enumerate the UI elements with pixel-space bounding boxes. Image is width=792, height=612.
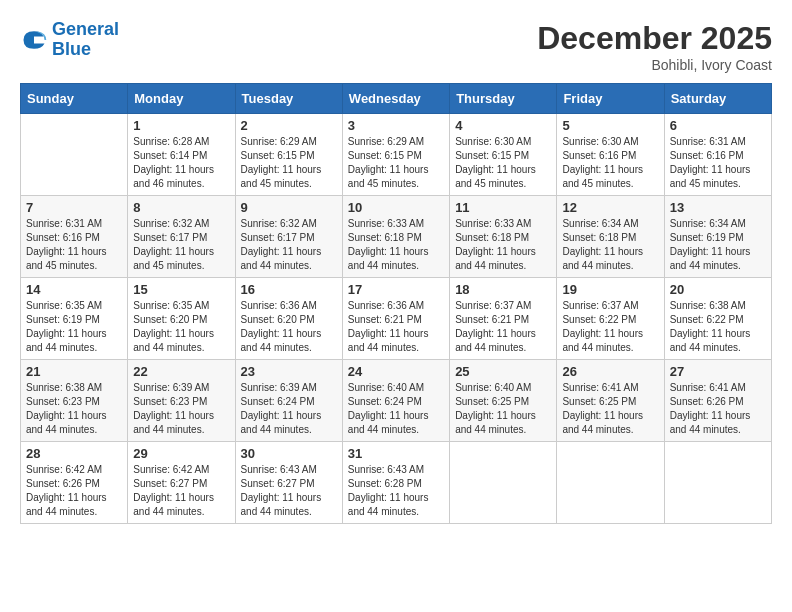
- day-info: Sunrise: 6:38 AM Sunset: 6:23 PM Dayligh…: [26, 381, 122, 437]
- calendar-cell: 6Sunrise: 6:31 AM Sunset: 6:16 PM Daylig…: [664, 114, 771, 196]
- day-info: Sunrise: 6:30 AM Sunset: 6:16 PM Dayligh…: [562, 135, 658, 191]
- day-number: 12: [562, 200, 658, 215]
- day-number: 20: [670, 282, 766, 297]
- day-number: 10: [348, 200, 444, 215]
- calendar-cell: 12Sunrise: 6:34 AM Sunset: 6:18 PM Dayli…: [557, 196, 664, 278]
- calendar-week-row: 7Sunrise: 6:31 AM Sunset: 6:16 PM Daylig…: [21, 196, 772, 278]
- calendar-cell: 7Sunrise: 6:31 AM Sunset: 6:16 PM Daylig…: [21, 196, 128, 278]
- day-number: 13: [670, 200, 766, 215]
- day-info: Sunrise: 6:35 AM Sunset: 6:19 PM Dayligh…: [26, 299, 122, 355]
- calendar-week-row: 1Sunrise: 6:28 AM Sunset: 6:14 PM Daylig…: [21, 114, 772, 196]
- day-info: Sunrise: 6:31 AM Sunset: 6:16 PM Dayligh…: [670, 135, 766, 191]
- calendar-cell: 9Sunrise: 6:32 AM Sunset: 6:17 PM Daylig…: [235, 196, 342, 278]
- day-number: 5: [562, 118, 658, 133]
- calendar-cell: 2Sunrise: 6:29 AM Sunset: 6:15 PM Daylig…: [235, 114, 342, 196]
- day-number: 24: [348, 364, 444, 379]
- day-number: 15: [133, 282, 229, 297]
- calendar-week-row: 21Sunrise: 6:38 AM Sunset: 6:23 PM Dayli…: [21, 360, 772, 442]
- calendar-cell: [21, 114, 128, 196]
- calendar-header-row: SundayMondayTuesdayWednesdayThursdayFrid…: [21, 84, 772, 114]
- calendar-cell: 28Sunrise: 6:42 AM Sunset: 6:26 PM Dayli…: [21, 442, 128, 524]
- day-info: Sunrise: 6:33 AM Sunset: 6:18 PM Dayligh…: [455, 217, 551, 273]
- day-number: 26: [562, 364, 658, 379]
- calendar-cell: 11Sunrise: 6:33 AM Sunset: 6:18 PM Dayli…: [450, 196, 557, 278]
- calendar-cell: 25Sunrise: 6:40 AM Sunset: 6:25 PM Dayli…: [450, 360, 557, 442]
- day-info: Sunrise: 6:34 AM Sunset: 6:19 PM Dayligh…: [670, 217, 766, 273]
- calendar-cell: [557, 442, 664, 524]
- day-info: Sunrise: 6:36 AM Sunset: 6:20 PM Dayligh…: [241, 299, 337, 355]
- logo-line2: Blue: [52, 39, 91, 59]
- day-info: Sunrise: 6:39 AM Sunset: 6:23 PM Dayligh…: [133, 381, 229, 437]
- calendar-cell: 21Sunrise: 6:38 AM Sunset: 6:23 PM Dayli…: [21, 360, 128, 442]
- day-info: Sunrise: 6:38 AM Sunset: 6:22 PM Dayligh…: [670, 299, 766, 355]
- calendar-cell: 10Sunrise: 6:33 AM Sunset: 6:18 PM Dayli…: [342, 196, 449, 278]
- logo-text: General Blue: [52, 20, 119, 60]
- day-number: 2: [241, 118, 337, 133]
- day-number: 3: [348, 118, 444, 133]
- calendar-cell: 31Sunrise: 6:43 AM Sunset: 6:28 PM Dayli…: [342, 442, 449, 524]
- day-number: 7: [26, 200, 122, 215]
- calendar-week-row: 28Sunrise: 6:42 AM Sunset: 6:26 PM Dayli…: [21, 442, 772, 524]
- day-info: Sunrise: 6:39 AM Sunset: 6:24 PM Dayligh…: [241, 381, 337, 437]
- day-info: Sunrise: 6:43 AM Sunset: 6:28 PM Dayligh…: [348, 463, 444, 519]
- month-title: December 2025: [537, 20, 772, 57]
- calendar-table: SundayMondayTuesdayWednesdayThursdayFrid…: [20, 83, 772, 524]
- calendar-cell: 20Sunrise: 6:38 AM Sunset: 6:22 PM Dayli…: [664, 278, 771, 360]
- day-info: Sunrise: 6:32 AM Sunset: 6:17 PM Dayligh…: [133, 217, 229, 273]
- day-number: 19: [562, 282, 658, 297]
- calendar-cell: 16Sunrise: 6:36 AM Sunset: 6:20 PM Dayli…: [235, 278, 342, 360]
- day-number: 1: [133, 118, 229, 133]
- calendar-cell: 17Sunrise: 6:36 AM Sunset: 6:21 PM Dayli…: [342, 278, 449, 360]
- day-info: Sunrise: 6:41 AM Sunset: 6:26 PM Dayligh…: [670, 381, 766, 437]
- day-header-monday: Monday: [128, 84, 235, 114]
- day-header-sunday: Sunday: [21, 84, 128, 114]
- calendar-cell: 26Sunrise: 6:41 AM Sunset: 6:25 PM Dayli…: [557, 360, 664, 442]
- calendar-cell: [450, 442, 557, 524]
- day-info: Sunrise: 6:43 AM Sunset: 6:27 PM Dayligh…: [241, 463, 337, 519]
- day-header-thursday: Thursday: [450, 84, 557, 114]
- location-subtitle: Bohibli, Ivory Coast: [537, 57, 772, 73]
- day-number: 8: [133, 200, 229, 215]
- day-info: Sunrise: 6:35 AM Sunset: 6:20 PM Dayligh…: [133, 299, 229, 355]
- day-number: 14: [26, 282, 122, 297]
- day-info: Sunrise: 6:31 AM Sunset: 6:16 PM Dayligh…: [26, 217, 122, 273]
- calendar-cell: 1Sunrise: 6:28 AM Sunset: 6:14 PM Daylig…: [128, 114, 235, 196]
- day-info: Sunrise: 6:29 AM Sunset: 6:15 PM Dayligh…: [348, 135, 444, 191]
- calendar-cell: 29Sunrise: 6:42 AM Sunset: 6:27 PM Dayli…: [128, 442, 235, 524]
- calendar-cell: 8Sunrise: 6:32 AM Sunset: 6:17 PM Daylig…: [128, 196, 235, 278]
- calendar-week-row: 14Sunrise: 6:35 AM Sunset: 6:19 PM Dayli…: [21, 278, 772, 360]
- title-block: December 2025 Bohibli, Ivory Coast: [537, 20, 772, 73]
- calendar-cell: 5Sunrise: 6:30 AM Sunset: 6:16 PM Daylig…: [557, 114, 664, 196]
- day-number: 22: [133, 364, 229, 379]
- day-number: 9: [241, 200, 337, 215]
- day-info: Sunrise: 6:33 AM Sunset: 6:18 PM Dayligh…: [348, 217, 444, 273]
- day-header-friday: Friday: [557, 84, 664, 114]
- day-number: 4: [455, 118, 551, 133]
- day-number: 17: [348, 282, 444, 297]
- day-number: 18: [455, 282, 551, 297]
- day-number: 27: [670, 364, 766, 379]
- day-info: Sunrise: 6:36 AM Sunset: 6:21 PM Dayligh…: [348, 299, 444, 355]
- day-number: 21: [26, 364, 122, 379]
- calendar-cell: 23Sunrise: 6:39 AM Sunset: 6:24 PM Dayli…: [235, 360, 342, 442]
- logo-line1: General: [52, 19, 119, 39]
- day-number: 11: [455, 200, 551, 215]
- calendar-cell: 30Sunrise: 6:43 AM Sunset: 6:27 PM Dayli…: [235, 442, 342, 524]
- day-number: 28: [26, 446, 122, 461]
- day-header-wednesday: Wednesday: [342, 84, 449, 114]
- calendar-cell: 19Sunrise: 6:37 AM Sunset: 6:22 PM Dayli…: [557, 278, 664, 360]
- calendar-cell: 4Sunrise: 6:30 AM Sunset: 6:15 PM Daylig…: [450, 114, 557, 196]
- day-info: Sunrise: 6:37 AM Sunset: 6:21 PM Dayligh…: [455, 299, 551, 355]
- day-info: Sunrise: 6:37 AM Sunset: 6:22 PM Dayligh…: [562, 299, 658, 355]
- day-info: Sunrise: 6:41 AM Sunset: 6:25 PM Dayligh…: [562, 381, 658, 437]
- day-number: 29: [133, 446, 229, 461]
- day-number: 31: [348, 446, 444, 461]
- day-info: Sunrise: 6:42 AM Sunset: 6:27 PM Dayligh…: [133, 463, 229, 519]
- day-header-tuesday: Tuesday: [235, 84, 342, 114]
- day-info: Sunrise: 6:28 AM Sunset: 6:14 PM Dayligh…: [133, 135, 229, 191]
- calendar-cell: 14Sunrise: 6:35 AM Sunset: 6:19 PM Dayli…: [21, 278, 128, 360]
- day-info: Sunrise: 6:42 AM Sunset: 6:26 PM Dayligh…: [26, 463, 122, 519]
- day-number: 25: [455, 364, 551, 379]
- day-number: 6: [670, 118, 766, 133]
- logo: General Blue: [20, 20, 119, 60]
